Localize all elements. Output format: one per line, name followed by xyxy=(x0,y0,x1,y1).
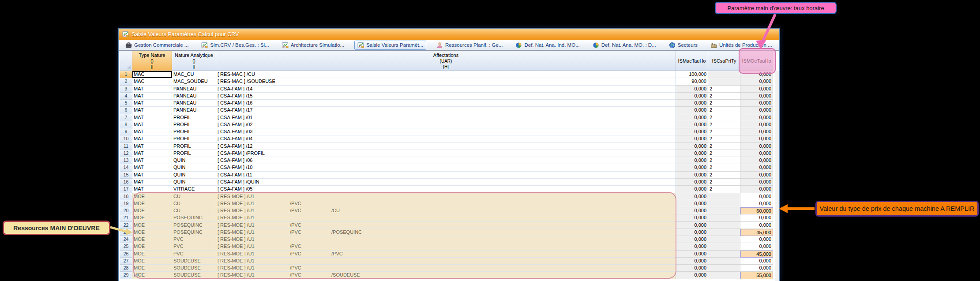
cell-ismactauho[interactable]: 0,000 xyxy=(676,222,708,229)
row-header[interactable]: 12 xyxy=(120,150,132,157)
cell-iscsaprity[interactable] xyxy=(708,251,740,258)
cell-ismactauho[interactable]: 0,000 xyxy=(676,86,708,93)
cell-type-nature[interactable]: MAT xyxy=(132,135,172,142)
cell-ismoetauho[interactable]: 0,000 xyxy=(740,150,773,157)
cell-ismoetauho[interactable]: 60,000 xyxy=(740,207,773,214)
tab-ressources-planif[interactable]: Ressources Planif. : Ge... xyxy=(434,41,505,49)
cell-ismoetauho[interactable]: 0,000 xyxy=(740,193,773,200)
cell-ismactauho[interactable]: 0,000 xyxy=(676,114,708,121)
cell-ismoetauho[interactable]: 0,000 xyxy=(740,93,773,100)
cell-nature-analytique[interactable]: QUIN xyxy=(172,157,216,164)
row-header[interactable]: 24 xyxy=(120,236,132,243)
cell-ismactauho[interactable]: 0,000 xyxy=(676,214,708,221)
cell-ismactauho[interactable]: 0,000 xyxy=(676,150,708,157)
cell-type-nature[interactable]: MAT xyxy=(132,121,172,128)
row-header[interactable]: 10 xyxy=(120,135,132,142)
cell-type-nature[interactable]: MAC xyxy=(132,71,172,78)
cell-ismactauho[interactable]: 100,000 xyxy=(676,71,708,78)
cell-ismactauho[interactable]: 0,000 xyxy=(676,179,708,186)
cell-iscsaprity[interactable] xyxy=(708,200,740,207)
row-header[interactable]: 13 xyxy=(120,157,132,164)
cell-type-nature[interactable]: MOE xyxy=(132,207,172,214)
cell-ismactauho[interactable]: 0,000 xyxy=(676,265,708,272)
cell-ismactauho[interactable]: 0,000 xyxy=(676,193,708,200)
cell-type-nature[interactable]: MOE xyxy=(132,258,172,265)
tab-gestion-commerciale[interactable]: Gestion Commerciale ... xyxy=(123,41,191,49)
cell-type-nature[interactable]: MOE xyxy=(132,236,172,243)
cell-ismoetauho[interactable]: 55,000 xyxy=(740,272,773,279)
cell-iscsaprity[interactable]: 2 xyxy=(708,143,740,150)
row-header[interactable]: 28 xyxy=(120,265,132,272)
cell-iscsaprity[interactable]: 2 xyxy=(708,128,740,135)
cell-iscsaprity[interactable]: 2 xyxy=(708,157,740,164)
row-header[interactable]: 26 xyxy=(120,251,132,258)
cell-type-nature[interactable]: MOE xyxy=(132,243,172,250)
cell-nature-analytique[interactable]: PANNEAU xyxy=(172,86,216,93)
cell-nature-analytique[interactable]: PANNEAU xyxy=(172,107,216,114)
cell-affectations[interactable]: [ RES-MOE ] /U1/PVC/SOUDEUSE xyxy=(216,272,676,279)
cell-affectations[interactable]: [ CSA-FAM ] /17 xyxy=(216,107,676,114)
cell-ismoetauho[interactable]: 45,000 xyxy=(740,229,773,236)
cell-ismoetauho[interactable]: 0,000 xyxy=(740,164,773,171)
cell-affectations[interactable]: [ CSA-FAM ] /QUIN xyxy=(216,179,676,186)
cell-ismactauho[interactable]: 0,000 xyxy=(676,164,708,171)
cell-affectations[interactable]: [ CSA-FAM ] /16 xyxy=(216,100,676,107)
cell-ismactauho[interactable]: 0,000 xyxy=(676,172,708,179)
cell-nature-analytique[interactable]: SOUDEUSE xyxy=(172,265,216,272)
cell-nature-analytique[interactable]: PROFIL xyxy=(172,121,216,128)
cell-type-nature[interactable]: MAT xyxy=(132,172,172,179)
cell-ismactauho[interactable]: 0,000 xyxy=(676,100,708,107)
column-header-ismoetauho[interactable]: ISMOeTauHo xyxy=(740,51,773,71)
cell-iscsaprity[interactable]: 2 xyxy=(708,100,740,107)
row-header[interactable]: 11 xyxy=(120,143,132,150)
row-header[interactable]: 19 xyxy=(120,200,132,207)
cell-nature-analytique[interactable]: PROFIL xyxy=(172,143,216,150)
cell-type-nature[interactable]: MAT xyxy=(132,107,172,114)
cell-affectations[interactable]: [ CSA-FAM ] /05 xyxy=(216,186,676,193)
cell-nature-analytique[interactable]: PROFIL xyxy=(172,114,216,121)
row-header[interactable]: 16 xyxy=(120,179,132,186)
row-header[interactable]: 1 xyxy=(120,71,132,78)
cell-type-nature[interactable]: MAT xyxy=(132,143,172,150)
cell-nature-analytique[interactable]: CU xyxy=(172,193,216,200)
cell-nature-analytique[interactable]: POSEQUINC xyxy=(172,214,216,221)
cell-iscsaprity[interactable]: 2 xyxy=(708,93,740,100)
tab-architecture-simulation[interactable]: Architecture Simulatio... xyxy=(279,41,347,49)
cell-affectations[interactable]: [ RES-MAC ] /SOUDEUSE xyxy=(216,78,676,85)
row-header[interactable]: 20 xyxy=(120,207,132,214)
cell-nature-analytique[interactable]: VITRAGE xyxy=(172,186,216,193)
cell-iscsaprity[interactable]: 2 xyxy=(708,186,740,193)
cell-nature-analytique[interactable]: PROFIL xyxy=(172,150,216,157)
cell-ismoetauho[interactable]: 0,000 xyxy=(740,107,773,114)
cell-affectations[interactable]: [ RES-MOE ] /U1/PVC xyxy=(216,222,676,229)
cell-affectations[interactable]: [ RES-MOE ] /U1 xyxy=(216,258,676,265)
cell-affectations[interactable]: [ CSA-FAM ] /04 xyxy=(216,135,676,142)
cell-type-nature[interactable]: MOE xyxy=(132,222,172,229)
cell-type-nature[interactable]: MAT xyxy=(132,186,172,193)
cell-iscsaprity[interactable] xyxy=(708,243,740,250)
cell-iscsaprity[interactable] xyxy=(708,229,740,236)
cell-ismactauho[interactable]: 0,000 xyxy=(676,251,708,258)
tab-def-nat-ana-ind-mo[interactable]: Def. Nat. Ana. Ind. MO... xyxy=(513,41,582,49)
cell-iscsaprity[interactable]: 2 xyxy=(708,86,740,93)
cell-affectations[interactable]: [ CSA-FAM ] /PROFIL xyxy=(216,150,676,157)
row-header[interactable]: 7 xyxy=(120,114,132,121)
cell-iscsaprity[interactable] xyxy=(708,78,740,85)
cell-iscsaprity[interactable]: 2 xyxy=(708,114,740,121)
row-header[interactable]: 8 xyxy=(120,121,132,128)
row-header[interactable]: 15 xyxy=(120,172,132,179)
cell-type-nature[interactable]: MOE xyxy=(132,214,172,221)
cell-nature-analytique[interactable]: PANNEAU xyxy=(172,100,216,107)
cell-iscsaprity[interactable]: 2 xyxy=(708,164,740,171)
cell-affectations[interactable]: [ CSA-FAM ] /11 xyxy=(216,172,676,179)
cell-ismoetauho[interactable]: 0,000 xyxy=(740,86,773,93)
cell-ismoetauho[interactable]: 0,000 xyxy=(740,200,773,207)
cell-ismactauho[interactable]: 0,000 xyxy=(676,107,708,114)
cell-ismactauho[interactable]: 0,000 xyxy=(676,243,708,250)
row-header[interactable]: 27 xyxy=(120,258,132,265)
cell-affectations[interactable]: [ RES-MAC ] /CU xyxy=(216,71,676,78)
cell-iscsaprity[interactable]: 2 xyxy=(708,150,740,157)
cell-ismoetauho[interactable]: 0,000 xyxy=(740,71,773,78)
cell-affectations[interactable]: [ CSA-FAM ] /02 xyxy=(216,121,676,128)
cell-ismoetauho[interactable]: 45,000 xyxy=(740,251,773,258)
